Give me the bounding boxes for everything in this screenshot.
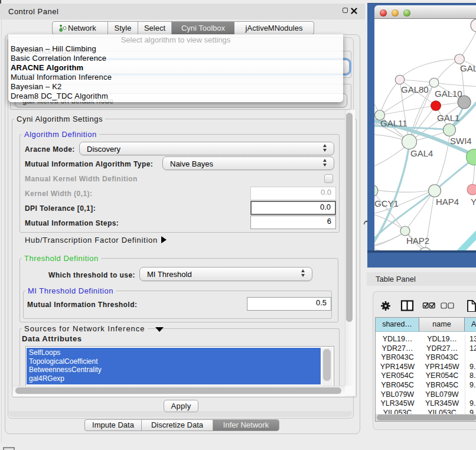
svg-text:GAL7: GAL7 xyxy=(460,63,476,73)
svg-text:YJ: YJ xyxy=(471,197,476,207)
svg-text:GAL10: GAL10 xyxy=(435,89,462,99)
svg-text:GAL1: GAL1 xyxy=(437,113,459,123)
svg-text:HAP2: HAP2 xyxy=(406,236,429,246)
svg-text:GAL11: GAL11 xyxy=(380,118,407,128)
svg-text:GAL4: GAL4 xyxy=(410,148,433,158)
svg-text:HAP4: HAP4 xyxy=(436,197,459,207)
svg-text:GAL80: GAL80 xyxy=(401,84,429,94)
svg-text:GCY1: GCY1 xyxy=(374,198,399,208)
svg-text:SWI4: SWI4 xyxy=(450,136,472,146)
